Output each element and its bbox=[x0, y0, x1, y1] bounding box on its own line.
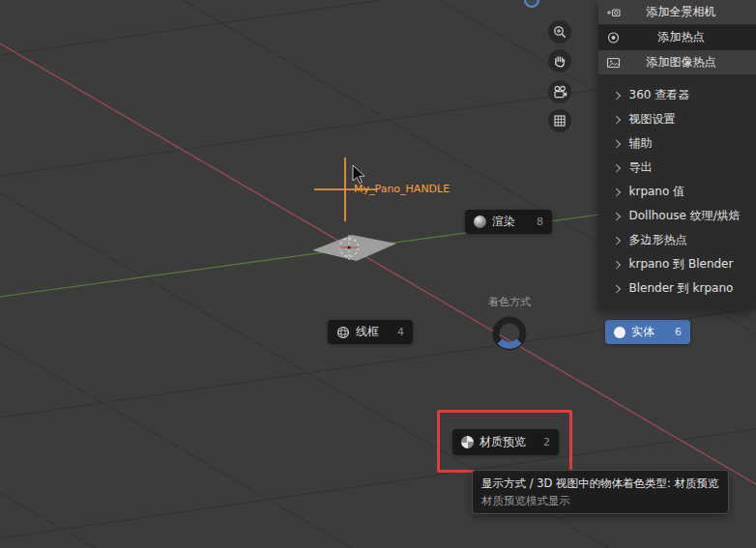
pie-item-solid[interactable]: 实体 6 bbox=[605, 320, 690, 344]
pie-item-label: 线框 bbox=[356, 324, 379, 340]
section-label: 导出 bbox=[629, 159, 653, 176]
section-label: 多边形热点 bbox=[629, 232, 687, 248]
chevron-right-icon bbox=[613, 92, 621, 100]
hotspot-icon bbox=[606, 31, 625, 44]
add-pano-camera-button[interactable]: 添加全景相机 bbox=[598, 0, 756, 25]
viewport-controls bbox=[548, 20, 571, 138]
pie-menu-direction-ring bbox=[488, 313, 531, 356]
mouse-cursor-icon bbox=[352, 164, 367, 186]
section-label: 360 查看器 bbox=[629, 87, 690, 103]
section-label: Blender 到 krpano bbox=[629, 280, 734, 297]
chevron-right-icon bbox=[613, 116, 621, 124]
pie-menu-title: 着色方式 bbox=[447, 295, 572, 309]
orthographic-grid-icon bbox=[553, 114, 567, 128]
section-label: 视图设置 bbox=[629, 111, 676, 128]
section-label: krpano 值 bbox=[629, 184, 685, 200]
pie-item-shortcut: 8 bbox=[525, 216, 543, 228]
rendered-sphere-icon bbox=[474, 216, 486, 228]
section-label: krpano 到 Blender bbox=[629, 256, 734, 273]
section-krpano-values[interactable]: krpano 值 bbox=[598, 180, 756, 204]
chevron-right-icon bbox=[613, 285, 621, 293]
object-name-label: My_Pano_HANDLE bbox=[354, 183, 450, 195]
section-krpano-to-blender[interactable]: krpano 到 Blender bbox=[598, 252, 756, 276]
section-360-viewer[interactable]: 360 查看器 bbox=[598, 83, 756, 107]
tooltip-description: 显示方式 / 3D 视图中的物体着色类型: 材质预览 bbox=[481, 476, 719, 493]
solid-sphere-icon bbox=[614, 327, 625, 338]
section-polygon-hotspot[interactable]: 多边形热点 bbox=[598, 228, 756, 252]
pie-item-label: 实体 bbox=[631, 324, 654, 340]
camera-view-icon bbox=[553, 85, 567, 99]
section-dollhouse-bake[interactable]: Dollhouse 纹理/烘焙 bbox=[598, 204, 756, 228]
chevron-right-icon bbox=[613, 213, 621, 220]
orthographic-button[interactable] bbox=[548, 109, 571, 132]
zoom-in-icon bbox=[553, 25, 567, 39]
addon-panel: 添加全景相机 添加热点 添加图像热点 bbox=[598, 0, 756, 310]
tooltip: 显示方式 / 3D 视图中的物体着色类型: 材质预览 材质预览模式显示 bbox=[472, 470, 729, 514]
chevron-right-icon bbox=[613, 188, 621, 196]
zoom-button[interactable] bbox=[548, 20, 571, 43]
wireframe-sphere-icon bbox=[336, 326, 350, 339]
camera-view-button[interactable] bbox=[548, 80, 571, 103]
section-export[interactable]: 导出 bbox=[598, 156, 756, 180]
pie-item-shortcut: 4 bbox=[386, 326, 404, 338]
section-blender-to-krpano[interactable]: Blender 到 krpano bbox=[598, 276, 756, 301]
blender-3d-viewport[interactable]: My_Pano_HANDLE bbox=[0, 0, 756, 548]
pie-item-shortcut: 6 bbox=[663, 326, 682, 338]
red-highlight-annotation bbox=[437, 410, 572, 473]
tooltip-subtext: 材质预览模式显示 bbox=[481, 493, 719, 509]
chevron-right-icon bbox=[613, 261, 621, 269]
pie-item-rendered[interactable]: 渲染 8 bbox=[465, 210, 552, 234]
section-view-settings[interactable]: 视图设置 bbox=[598, 107, 756, 131]
panel-sections: 360 查看器 视图设置 辅助 导出 krpano 值 Dollhouse 纹理… bbox=[598, 75, 756, 310]
pie-item-wireframe[interactable]: 线框 4 bbox=[328, 320, 413, 344]
section-helpers[interactable]: 辅助 bbox=[598, 131, 756, 156]
image-hotspot-icon bbox=[606, 56, 625, 70]
add-image-hotspot-label: 添加图像热点 bbox=[625, 54, 748, 71]
pan-hand-icon bbox=[553, 54, 567, 68]
pan-button[interactable] bbox=[548, 49, 571, 72]
add-hotspot-label: 添加热点 bbox=[625, 29, 748, 45]
chevron-right-icon bbox=[613, 237, 621, 245]
chevron-right-icon bbox=[613, 164, 621, 172]
add-pano-camera-label: 添加全景相机 bbox=[625, 4, 748, 20]
add-image-hotspot-button[interactable]: 添加图像热点 bbox=[598, 50, 756, 75]
pie-item-label: 渲染 bbox=[492, 214, 515, 230]
section-label: Dollhouse 纹理/烘焙 bbox=[629, 208, 741, 224]
pano-camera-icon bbox=[606, 6, 625, 19]
section-label: 辅助 bbox=[629, 135, 653, 152]
chevron-right-icon bbox=[613, 140, 621, 148]
add-hotspot-button[interactable]: 添加热点 bbox=[598, 25, 756, 50]
